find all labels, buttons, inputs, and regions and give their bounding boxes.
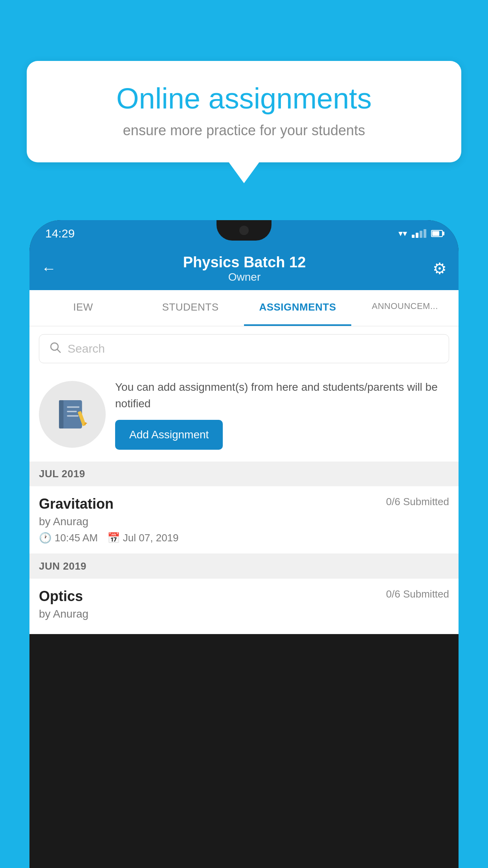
search-bar[interactable]: Search bbox=[39, 334, 449, 363]
search-placeholder: Search bbox=[68, 342, 105, 355]
phone-frame: 14:29 ▾▾ ← Physics Batch 12 Owner bbox=[29, 220, 459, 868]
phone-screen: IEW STUDENTS ASSIGNMENTS ANNOUNCEM... Se… bbox=[29, 290, 459, 634]
assignment-item-gravitation[interactable]: Gravitation 0/6 Submitted by Anurag 🕐 10… bbox=[29, 486, 459, 554]
svg-rect-4 bbox=[67, 406, 80, 408]
notch-camera bbox=[239, 226, 249, 235]
wifi-icon: ▾▾ bbox=[398, 228, 407, 239]
clock-icon: 🕐 bbox=[39, 532, 51, 544]
tab-students[interactable]: STUDENTS bbox=[137, 290, 244, 326]
assignment-item-optics[interactable]: Optics 0/6 Submitted by Anurag bbox=[29, 579, 459, 634]
search-bar-wrapper: Search bbox=[29, 326, 459, 371]
add-assignment-button[interactable]: Add Assignment bbox=[115, 420, 223, 450]
assignment-submitted-optics: 0/6 Submitted bbox=[386, 588, 449, 600]
assignment-by-optics: by Anurag bbox=[39, 608, 449, 620]
section-header-jun: JUN 2019 bbox=[29, 554, 459, 579]
app-header: ← Physics Batch 12 Owner ⚙ bbox=[29, 247, 459, 290]
status-bar: 14:29 ▾▾ bbox=[29, 220, 459, 247]
assignment-by-gravitation: by Anurag bbox=[39, 515, 449, 528]
status-time: 14:29 bbox=[45, 227, 75, 240]
header-subtitle: Owner bbox=[56, 271, 433, 283]
back-button[interactable]: ← bbox=[41, 260, 56, 277]
assignment-date-gravitation: Jul 07, 2019 bbox=[123, 532, 179, 544]
assignment-time-gravitation: 10:45 AM bbox=[55, 532, 98, 544]
assignment-submitted-gravitation: 0/6 Submitted bbox=[386, 496, 449, 508]
info-card: You can add assignment(s) from here and … bbox=[29, 371, 459, 462]
tab-announcements[interactable]: ANNOUNCEM... bbox=[351, 290, 459, 326]
tab-iew[interactable]: IEW bbox=[29, 290, 137, 326]
meta-date-gravitation: 📅 Jul 07, 2019 bbox=[107, 532, 179, 544]
header-title-group: Physics Batch 12 Owner bbox=[56, 254, 433, 283]
svg-line-1 bbox=[57, 349, 60, 352]
notebook-icon-circle bbox=[39, 381, 106, 448]
info-card-text: You can add assignment(s) from here and … bbox=[115, 379, 449, 412]
header-title: Physics Batch 12 bbox=[56, 254, 433, 271]
assignment-meta-gravitation: 🕐 10:45 AM 📅 Jul 07, 2019 bbox=[39, 532, 449, 544]
speech-bubble-title: Online assignments bbox=[50, 83, 438, 114]
search-icon bbox=[49, 341, 61, 357]
notebook-icon bbox=[55, 397, 90, 432]
speech-bubble-arrow bbox=[228, 162, 260, 183]
meta-time-gravitation: 🕐 10:45 AM bbox=[39, 532, 98, 544]
calendar-icon: 📅 bbox=[107, 532, 120, 544]
signal-icon bbox=[412, 229, 426, 238]
tab-assignments[interactable]: ASSIGNMENTS bbox=[244, 290, 351, 326]
assignment-row-top-optics: Optics 0/6 Submitted bbox=[39, 588, 449, 605]
tabs-bar: IEW STUDENTS ASSIGNMENTS ANNOUNCEM... bbox=[29, 290, 459, 326]
speech-bubble: Online assignments ensure more practice … bbox=[27, 61, 461, 162]
assignment-name-optics: Optics bbox=[39, 588, 83, 605]
assignment-row-top: Gravitation 0/6 Submitted bbox=[39, 496, 449, 512]
notch bbox=[216, 220, 272, 241]
speech-bubble-container: Online assignments ensure more practice … bbox=[27, 61, 461, 183]
svg-rect-3 bbox=[59, 400, 63, 428]
assignment-name-gravitation: Gravitation bbox=[39, 496, 114, 512]
settings-icon[interactable]: ⚙ bbox=[433, 259, 447, 278]
speech-bubble-subtitle: ensure more practice for your students bbox=[50, 122, 438, 139]
battery-icon bbox=[431, 230, 443, 237]
info-card-right: You can add assignment(s) from here and … bbox=[115, 379, 449, 450]
status-icons: ▾▾ bbox=[398, 228, 443, 239]
svg-rect-6 bbox=[67, 415, 79, 416]
section-header-jul: JUL 2019 bbox=[29, 462, 459, 486]
svg-rect-5 bbox=[67, 411, 77, 412]
